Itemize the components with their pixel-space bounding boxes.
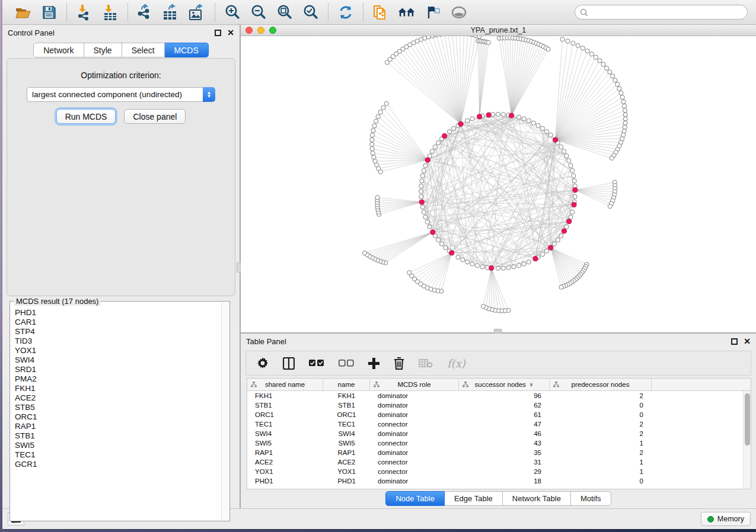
mcds-result-item[interactable]: STB1: [15, 431, 221, 441]
mcds-result-item[interactable]: FKH1: [15, 384, 221, 393]
table-row[interactable]: STB1STB1dominator620: [247, 400, 751, 410]
criterion-value: largest connected component (undirected): [27, 90, 203, 99]
duplicate-network-icon[interactable]: [372, 4, 390, 21]
flags-icon[interactable]: [424, 4, 442, 21]
table-row[interactable]: ORC1ORC1dominator610: [247, 410, 751, 419]
network-window-titlebar[interactable]: YPA_prune.txt_1: [241, 25, 756, 36]
horizontal-splitter-handle[interactable]: [494, 329, 502, 334]
mcds-result-item[interactable]: SRD1: [15, 365, 221, 374]
show-graphics-details-icon[interactable]: [450, 4, 468, 21]
column-header-name[interactable]: name: [323, 379, 370, 390]
column-header-predecessor-nodes[interactable]: predecessor nodes: [550, 379, 652, 390]
shared-column-icon: [251, 382, 257, 389]
main-toolbar: [2, 0, 756, 25]
cell-successor-nodes: 47: [459, 421, 550, 428]
zoom-out-icon[interactable]: [250, 4, 267, 21]
refresh-layout-icon[interactable]: [337, 4, 355, 21]
table-scrollbar-thumb[interactable]: [745, 393, 750, 446]
node-table-body: FKH1FKH1dominator962STB1STB1dominator620…: [247, 391, 751, 486]
cell-MCDS-role: connector: [370, 421, 459, 428]
cell-name: PHD1: [323, 477, 370, 485]
tab-style[interactable]: Style: [84, 43, 122, 57]
mcds-result-item[interactable]: YOX1: [15, 346, 221, 355]
cell-predecessor-nodes: 0: [550, 411, 652, 418]
column-header-successor-nodes[interactable]: successor nodes∨: [459, 379, 550, 390]
tab-edge-table[interactable]: Edge Table: [445, 491, 503, 506]
cell-shared-name: SWI4: [247, 430, 323, 437]
cell-shared-name: ORC1: [247, 411, 323, 418]
mcds-result-item[interactable]: PHD1: [15, 308, 221, 318]
float-table-panel-icon[interactable]: [731, 338, 738, 345]
table-row[interactable]: TEC1TEC1connector472: [247, 419, 751, 429]
column-header-filler: [652, 379, 751, 390]
import-network-icon[interactable]: [75, 4, 93, 21]
delete-column-icon[interactable]: [394, 357, 404, 370]
mcds-result-scrollbar[interactable]: [221, 302, 229, 520]
table-row[interactable]: SWI4SWI4dominator462: [247, 429, 751, 438]
network-canvas[interactable]: [241, 36, 756, 332]
table-row[interactable]: YOX1YOX1connector291: [247, 467, 751, 476]
mcds-result-item[interactable]: SWI5: [15, 441, 221, 450]
table-row[interactable]: PHD1PHD1dominator180: [247, 476, 751, 486]
column-label: shared name: [265, 381, 305, 388]
cell-shared-name: FKH1: [247, 392, 323, 399]
open-file-icon[interactable]: [14, 4, 32, 21]
mcds-result-item[interactable]: SWI4: [15, 355, 221, 365]
close-table-panel-icon[interactable]: ✕: [744, 338, 751, 345]
mcds-result-item[interactable]: PMA2: [15, 374, 221, 384]
table-row[interactable]: RAP1RAP1dominator352: [247, 448, 751, 457]
criterion-dropdown[interactable]: largest connected component (undirected)…: [27, 87, 215, 102]
float-panel-icon[interactable]: [215, 30, 221, 36]
mcds-result-item[interactable]: TID3: [15, 336, 221, 346]
save-session-icon[interactable]: [40, 4, 58, 21]
zoom-fit-icon[interactable]: [276, 4, 294, 21]
show-columns-icon[interactable]: [283, 357, 295, 370]
export-network-icon[interactable]: [136, 4, 154, 21]
memory-button[interactable]: Memory: [701, 512, 751, 526]
sort-descending-icon: ∨: [529, 382, 534, 387]
close-panel-button[interactable]: Close panel: [124, 109, 186, 124]
zoom-selected-icon[interactable]: [302, 4, 320, 21]
export-image-icon[interactable]: [189, 4, 206, 21]
table-scrollbar[interactable]: [743, 391, 751, 489]
close-panel-icon[interactable]: ✕: [227, 30, 234, 36]
zoom-in-icon[interactable]: [224, 4, 241, 21]
deselect-all-icon[interactable]: [339, 360, 354, 367]
column-label: successor nodes: [475, 381, 526, 388]
add-column-icon[interactable]: [368, 358, 379, 369]
search-box[interactable]: [575, 5, 748, 20]
mcds-result-item[interactable]: ACE2: [15, 393, 221, 403]
search-input[interactable]: [588, 8, 742, 17]
cell-name: SWI4: [323, 430, 370, 437]
mcds-result-item[interactable]: TEC1: [15, 450, 221, 460]
mcds-result-item[interactable]: STP4: [15, 327, 221, 336]
home-icon[interactable]: [398, 4, 416, 21]
function-builder-icon-disabled: f(x): [447, 357, 465, 370]
table-row[interactable]: SWI5SWI5connector431: [247, 438, 751, 448]
column-header-shared-name[interactable]: shared name: [247, 379, 323, 390]
cell-shared-name: STB1: [247, 402, 323, 409]
export-table-icon[interactable]: [162, 4, 180, 21]
mcds-result-item[interactable]: RAP1: [15, 422, 221, 431]
select-all-icon[interactable]: [309, 360, 324, 367]
tab-motifs[interactable]: Motifs: [571, 491, 611, 506]
run-mcds-button[interactable]: Run MCDS: [56, 109, 116, 124]
tab-network-table[interactable]: Network Table: [503, 491, 571, 506]
tab-node-table[interactable]: Node Table: [385, 491, 445, 506]
table-settings-gear-icon[interactable]: [257, 357, 269, 369]
table-row[interactable]: ACE2ACE2connector311: [247, 457, 751, 467]
mcds-result-item[interactable]: ORC1: [15, 412, 221, 422]
tab-mcds[interactable]: MCDS: [165, 43, 209, 57]
tab-select[interactable]: Select: [122, 43, 165, 57]
table-toolbar: f(x): [245, 351, 751, 376]
cell-name: STB1: [323, 402, 370, 409]
mcds-result-list[interactable]: PHD1CAR1STP4TID3YOX1SWI4SRD1PMA2FKH1ACE2…: [11, 302, 221, 520]
column-header-MCDS-role[interactable]: MCDS role: [370, 379, 459, 390]
tab-network[interactable]: Network: [33, 43, 84, 57]
mcds-result-item[interactable]: CAR1: [15, 318, 221, 327]
table-row[interactable]: FKH1FKH1dominator962: [247, 391, 751, 400]
import-table-icon[interactable]: [101, 4, 119, 21]
mcds-result-item[interactable]: GCR1: [15, 460, 221, 469]
vertical-splitter-handle[interactable]: [237, 262, 241, 273]
mcds-result-item[interactable]: STB5: [15, 403, 221, 412]
